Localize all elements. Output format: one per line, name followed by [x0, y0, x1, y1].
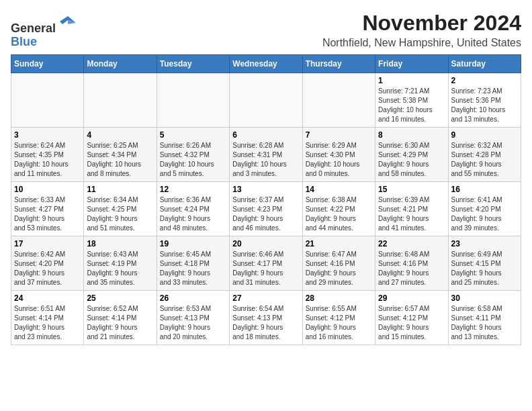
- day-cell: 16Sunrise: 6:41 AM Sunset: 4:20 PM Dayli…: [448, 182, 521, 236]
- day-number: 2: [451, 76, 518, 85]
- day-cell: 1Sunrise: 7:21 AM Sunset: 5:38 PM Daylig…: [375, 73, 448, 128]
- week-row-3: 10Sunrise: 6:33 AM Sunset: 4:27 PM Dayli…: [11, 182, 521, 236]
- day-detail: Sunrise: 6:28 AM Sunset: 4:31 PM Dayligh…: [232, 141, 299, 179]
- day-cell: 28Sunrise: 6:55 AM Sunset: 4:12 PM Dayli…: [302, 291, 375, 345]
- day-detail: Sunrise: 6:46 AM Sunset: 4:17 PM Dayligh…: [232, 250, 299, 287]
- day-cell: [230, 73, 302, 128]
- day-cell: 10Sunrise: 6:33 AM Sunset: 4:27 PM Dayli…: [11, 182, 84, 236]
- day-cell: 8Sunrise: 6:30 AM Sunset: 4:29 PM Daylig…: [375, 128, 448, 182]
- day-detail: Sunrise: 6:29 AM Sunset: 4:30 PM Dayligh…: [306, 141, 372, 179]
- day-detail: Sunrise: 6:45 AM Sunset: 4:18 PM Dayligh…: [160, 250, 226, 287]
- day-number: 10: [14, 185, 81, 194]
- day-cell: [157, 73, 229, 128]
- day-number: 6: [232, 130, 299, 140]
- calendar-subtitle: Northfield, New Hampshire, United States: [322, 37, 521, 49]
- day-cell: 21Sunrise: 6:47 AM Sunset: 4:16 PM Dayli…: [302, 236, 375, 291]
- day-number: 15: [378, 185, 445, 194]
- day-cell: 5Sunrise: 6:26 AM Sunset: 4:32 PM Daylig…: [157, 128, 229, 182]
- day-detail: Sunrise: 6:30 AM Sunset: 4:29 PM Dayligh…: [378, 141, 445, 179]
- col-friday: Friday: [375, 55, 448, 73]
- day-cell: 27Sunrise: 6:54 AM Sunset: 4:13 PM Dayli…: [230, 291, 302, 345]
- day-cell: 13Sunrise: 6:37 AM Sunset: 4:23 PM Dayli…: [230, 182, 302, 236]
- day-detail: Sunrise: 6:47 AM Sunset: 4:16 PM Dayligh…: [306, 250, 372, 287]
- day-number: 26: [160, 293, 226, 303]
- day-detail: Sunrise: 6:42 AM Sunset: 4:20 PM Dayligh…: [14, 250, 81, 287]
- day-cell: 2Sunrise: 7:23 AM Sunset: 5:36 PM Daylig…: [448, 73, 521, 128]
- day-number: 8: [378, 130, 445, 140]
- day-cell: [84, 73, 157, 128]
- col-sunday: Sunday: [11, 55, 84, 73]
- day-detail: Sunrise: 6:51 AM Sunset: 4:14 PM Dayligh…: [14, 304, 81, 342]
- week-row-4: 17Sunrise: 6:42 AM Sunset: 4:20 PM Dayli…: [11, 236, 521, 291]
- day-number: 19: [160, 239, 226, 248]
- day-cell: 6Sunrise: 6:28 AM Sunset: 4:31 PM Daylig…: [230, 128, 302, 182]
- day-detail: Sunrise: 7:21 AM Sunset: 5:38 PM Dayligh…: [378, 87, 445, 124]
- day-detail: Sunrise: 6:48 AM Sunset: 4:16 PM Dayligh…: [378, 250, 445, 287]
- day-cell: [302, 73, 375, 128]
- col-saturday: Saturday: [448, 55, 521, 73]
- week-row-2: 3Sunrise: 6:24 AM Sunset: 4:35 PM Daylig…: [11, 128, 521, 182]
- day-cell: 20Sunrise: 6:46 AM Sunset: 4:17 PM Dayli…: [230, 236, 302, 291]
- calendar-table: Sunday Monday Tuesday Wednesday Thursday…: [11, 54, 521, 345]
- day-detail: Sunrise: 6:26 AM Sunset: 4:32 PM Dayligh…: [160, 141, 226, 179]
- day-cell: 14Sunrise: 6:38 AM Sunset: 4:22 PM Dayli…: [302, 182, 375, 236]
- day-number: 1: [378, 76, 445, 85]
- day-detail: Sunrise: 7:23 AM Sunset: 5:36 PM Dayligh…: [451, 87, 518, 124]
- day-number: 18: [87, 239, 153, 248]
- col-tuesday: Tuesday: [157, 55, 229, 73]
- day-cell: 29Sunrise: 6:57 AM Sunset: 4:12 PM Dayli…: [375, 291, 448, 345]
- week-row-1: 1Sunrise: 7:21 AM Sunset: 5:38 PM Daylig…: [11, 73, 521, 128]
- day-cell: 7Sunrise: 6:29 AM Sunset: 4:30 PM Daylig…: [302, 128, 375, 182]
- col-thursday: Thursday: [302, 55, 375, 73]
- day-detail: Sunrise: 6:25 AM Sunset: 4:34 PM Dayligh…: [87, 141, 153, 179]
- day-cell: 15Sunrise: 6:39 AM Sunset: 4:21 PM Dayli…: [375, 182, 448, 236]
- day-cell: 3Sunrise: 6:24 AM Sunset: 4:35 PM Daylig…: [11, 128, 84, 182]
- day-detail: Sunrise: 6:37 AM Sunset: 4:23 PM Dayligh…: [232, 195, 299, 233]
- day-cell: 9Sunrise: 6:32 AM Sunset: 4:28 PM Daylig…: [448, 128, 521, 182]
- day-number: 7: [306, 130, 372, 140]
- day-cell: 4Sunrise: 6:25 AM Sunset: 4:34 PM Daylig…: [84, 128, 157, 182]
- day-number: 21: [306, 239, 372, 248]
- calendar-title: November 2024: [322, 11, 521, 36]
- logo-blue: Blue: [11, 35, 37, 48]
- day-number: 14: [306, 185, 372, 194]
- day-cell: 11Sunrise: 6:34 AM Sunset: 4:25 PM Dayli…: [84, 182, 157, 236]
- day-number: 30: [451, 293, 518, 303]
- header-row: Sunday Monday Tuesday Wednesday Thursday…: [11, 55, 521, 73]
- day-detail: Sunrise: 6:57 AM Sunset: 4:12 PM Dayligh…: [378, 304, 445, 342]
- day-cell: 30Sunrise: 6:58 AM Sunset: 4:11 PM Dayli…: [448, 291, 521, 345]
- col-monday: Monday: [84, 55, 157, 73]
- day-detail: Sunrise: 6:38 AM Sunset: 4:22 PM Dayligh…: [306, 195, 372, 233]
- day-number: 16: [451, 185, 518, 194]
- day-number: 9: [451, 130, 518, 140]
- day-detail: Sunrise: 6:53 AM Sunset: 4:13 PM Dayligh…: [160, 304, 226, 342]
- header: General Blue November 2024 Northfield, N…: [11, 11, 521, 49]
- title-block: November 2024 Northfield, New Hampshire,…: [322, 11, 521, 49]
- week-row-5: 24Sunrise: 6:51 AM Sunset: 4:14 PM Dayli…: [11, 291, 521, 345]
- day-detail: Sunrise: 6:24 AM Sunset: 4:35 PM Dayligh…: [14, 141, 81, 179]
- day-number: 25: [87, 293, 153, 303]
- logo-bird-icon: [58, 13, 77, 32]
- day-cell: 19Sunrise: 6:45 AM Sunset: 4:18 PM Dayli…: [157, 236, 229, 291]
- day-detail: Sunrise: 6:52 AM Sunset: 4:14 PM Dayligh…: [87, 304, 153, 342]
- day-number: 24: [14, 293, 81, 303]
- day-detail: Sunrise: 6:33 AM Sunset: 4:27 PM Dayligh…: [14, 195, 81, 233]
- day-number: 5: [160, 130, 226, 140]
- day-number: 20: [232, 239, 299, 248]
- logo-general: General: [11, 21, 56, 35]
- day-cell: 24Sunrise: 6:51 AM Sunset: 4:14 PM Dayli…: [11, 291, 84, 345]
- day-detail: Sunrise: 6:54 AM Sunset: 4:13 PM Dayligh…: [232, 304, 299, 342]
- day-cell: 23Sunrise: 6:49 AM Sunset: 4:15 PM Dayli…: [448, 236, 521, 291]
- day-detail: Sunrise: 6:43 AM Sunset: 4:19 PM Dayligh…: [87, 250, 153, 287]
- day-number: 11: [87, 185, 153, 194]
- day-number: 27: [232, 293, 299, 303]
- day-detail: Sunrise: 6:32 AM Sunset: 4:28 PM Dayligh…: [451, 141, 518, 179]
- day-cell: [11, 73, 84, 128]
- day-number: 23: [451, 239, 518, 248]
- day-number: 17: [14, 239, 81, 248]
- day-detail: Sunrise: 6:41 AM Sunset: 4:20 PM Dayligh…: [451, 195, 518, 233]
- col-wednesday: Wednesday: [230, 55, 302, 73]
- day-number: 29: [378, 293, 445, 303]
- day-cell: 25Sunrise: 6:52 AM Sunset: 4:14 PM Dayli…: [84, 291, 157, 345]
- day-number: 22: [378, 239, 445, 248]
